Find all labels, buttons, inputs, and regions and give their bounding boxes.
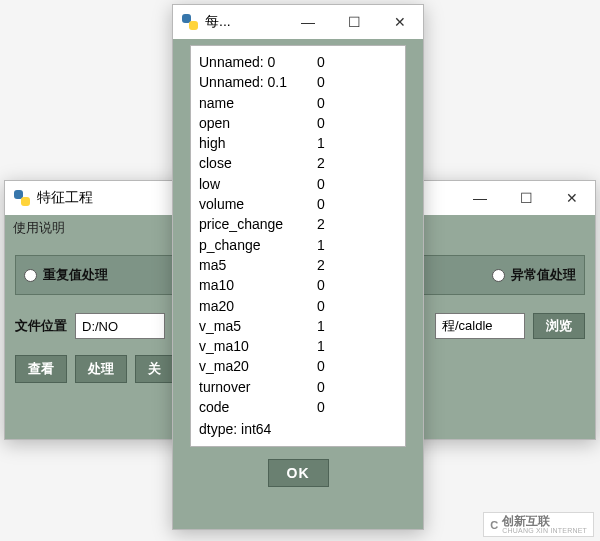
series-row: ma100: [199, 275, 397, 295]
minimize-icon: —: [301, 14, 315, 30]
file-path-input-left[interactable]: [75, 313, 165, 339]
series-value: 2: [317, 214, 325, 234]
radio-duplicate-label: 重复值处理: [43, 266, 108, 284]
series-value: 0: [317, 397, 325, 417]
series-row: v_ma200: [199, 356, 397, 376]
series-value: 0: [317, 93, 325, 113]
maximize-button[interactable]: ☐: [331, 5, 377, 39]
series-row: low0: [199, 174, 397, 194]
series-value: 0: [317, 296, 325, 316]
series-key: close: [199, 153, 317, 173]
bg-title: 特征工程: [37, 189, 93, 207]
series-key: price_change: [199, 214, 317, 234]
series-row: Unnamed: 0.10: [199, 72, 397, 92]
radio-icon: [24, 269, 37, 282]
series-row: open0: [199, 113, 397, 133]
menu-help[interactable]: 使用说明: [13, 220, 65, 235]
series-row: turnover0: [199, 377, 397, 397]
file-path-label: 文件位置: [15, 317, 67, 335]
summary-popup-window: 每... — ☐ ✕ Unnamed: 00Unnamed: 0.10name0…: [172, 4, 424, 530]
series-row: v_ma101: [199, 336, 397, 356]
minimize-button[interactable]: —: [457, 181, 503, 215]
series-row: p_change1: [199, 235, 397, 255]
series-key: code: [199, 397, 317, 417]
series-key: name: [199, 93, 317, 113]
close-button[interactable]: 关: [135, 355, 174, 383]
series-row: ma52: [199, 255, 397, 275]
series-key: turnover: [199, 377, 317, 397]
minimize-icon: —: [473, 190, 487, 206]
series-row: v_ma51: [199, 316, 397, 336]
watermark-cn: 创新互联: [502, 515, 587, 527]
series-value: 0: [317, 72, 325, 92]
series-value: 0: [317, 356, 325, 376]
series-key: high: [199, 133, 317, 153]
series-value: 0: [317, 194, 325, 214]
watermark-en: CHUANG XIN INTERNET: [502, 527, 587, 534]
series-value: 2: [317, 255, 325, 275]
fg-titlebar: 每... — ☐ ✕: [173, 5, 423, 39]
series-row: high1: [199, 133, 397, 153]
radio-outlier-label: 异常值处理: [511, 266, 576, 284]
close-icon: ✕: [566, 190, 578, 206]
series-value: 1: [317, 316, 325, 336]
close-icon: ✕: [394, 14, 406, 30]
series-key: ma5: [199, 255, 317, 275]
series-value: 0: [317, 377, 325, 397]
view-button[interactable]: 查看: [15, 355, 67, 383]
series-key: p_change: [199, 235, 317, 255]
ok-button[interactable]: OK: [268, 459, 329, 487]
series-key: ma20: [199, 296, 317, 316]
maximize-button[interactable]: ☐: [503, 181, 549, 215]
process-button[interactable]: 处理: [75, 355, 127, 383]
series-key: low: [199, 174, 317, 194]
browse-button[interactable]: 浏览: [533, 313, 585, 339]
python-icon: [181, 13, 199, 31]
series-row: price_change2: [199, 214, 397, 234]
maximize-icon: ☐: [348, 14, 361, 30]
watermark: C 创新互联 CHUANG XIN INTERNET: [483, 512, 594, 537]
series-value: 0: [317, 113, 325, 133]
series-key: v_ma20: [199, 356, 317, 376]
series-value: 0: [317, 52, 325, 72]
series-key: open: [199, 113, 317, 133]
series-row: ma200: [199, 296, 397, 316]
series-value: 2: [317, 153, 325, 173]
series-summary-panel: Unnamed: 00Unnamed: 0.10name0open0high1c…: [190, 45, 406, 447]
series-row: code0: [199, 397, 397, 417]
fg-title: 每...: [205, 13, 231, 31]
radio-icon: [492, 269, 505, 282]
series-row: name0: [199, 93, 397, 113]
python-icon: [13, 189, 31, 207]
radio-duplicate-handling[interactable]: 重复值处理: [24, 266, 108, 284]
series-row: close2: [199, 153, 397, 173]
series-key: volume: [199, 194, 317, 214]
series-value: 0: [317, 275, 325, 295]
series-value: 0: [317, 174, 325, 194]
close-window-button[interactable]: ✕: [377, 5, 423, 39]
series-value: 1: [317, 133, 325, 153]
series-row: volume0: [199, 194, 397, 214]
watermark-logo-icon: C: [490, 519, 498, 531]
series-row: Unnamed: 00: [199, 52, 397, 72]
minimize-button[interactable]: —: [285, 5, 331, 39]
series-value: 1: [317, 235, 325, 255]
series-key: ma10: [199, 275, 317, 295]
series-key: v_ma10: [199, 336, 317, 356]
radio-outlier-handling[interactable]: 异常值处理: [492, 266, 576, 284]
series-dtype: dtype: int64: [199, 419, 397, 439]
series-value: 1: [317, 336, 325, 356]
series-key: Unnamed: 0.1: [199, 72, 317, 92]
file-path-input-right[interactable]: [435, 313, 525, 339]
maximize-icon: ☐: [520, 190, 533, 206]
series-key: Unnamed: 0: [199, 52, 317, 72]
series-key: v_ma5: [199, 316, 317, 336]
close-window-button[interactable]: ✕: [549, 181, 595, 215]
